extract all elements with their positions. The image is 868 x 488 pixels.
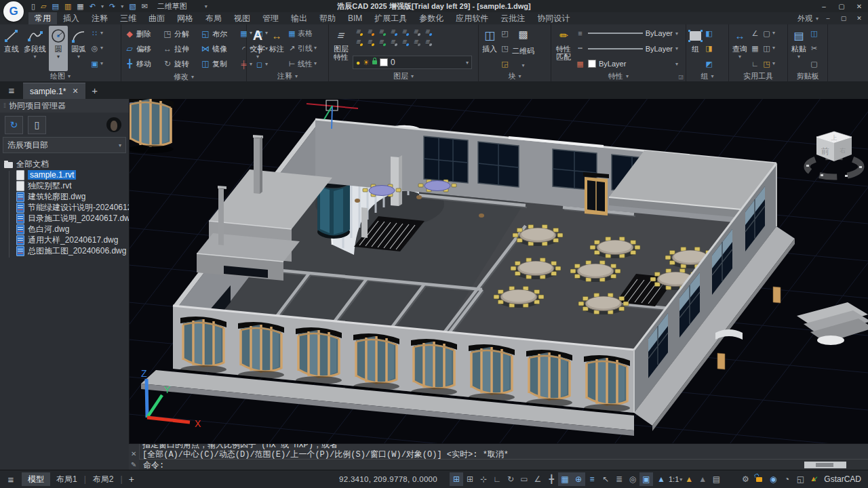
point-style-button[interactable]: ∷▾ <box>90 29 103 37</box>
modify-button-偏移[interactable]: ▱偏移 <box>123 41 161 56</box>
color-combo[interactable]: ▦ByLayer▾ <box>575 57 678 70</box>
quick-properties-icon[interactable]: ▤ <box>709 472 723 486</box>
ribbon-tab-管理[interactable]: 管理 <box>256 12 285 24</box>
modify-button-镜像[interactable]: ⋈镜像 <box>199 41 237 56</box>
modify-button-布尔[interactable]: ◱布尔 <box>199 26 237 41</box>
tab-layout1[interactable]: 布局1 <box>50 472 83 486</box>
new-layout-button[interactable]: + <box>123 474 140 485</box>
panel-label-annotate[interactable]: 注释▾ <box>247 71 328 81</box>
dynamic-input-icon[interactable]: ▭ <box>517 472 531 486</box>
grid-display-icon[interactable]: ⊞ <box>463 472 477 486</box>
ribbon-tab-参数化[interactable]: 参数化 <box>413 12 450 24</box>
ribbon-tab-三维[interactable]: 三维 <box>114 12 142 24</box>
donut-button[interactable]: ◎▾ <box>90 44 103 52</box>
layer-stack-icon[interactable]: ≣ <box>612 472 626 486</box>
ribbon-tab-布局[interactable]: 布局 <box>199 12 228 24</box>
cut-icon[interactable]: ✂ <box>810 44 818 52</box>
command-scrollbar[interactable] <box>804 462 846 468</box>
insert-block-button[interactable]: ◫ 插入 <box>481 26 498 71</box>
drawing-viewport[interactable]: 上 前 右 Z Y X <box>129 99 868 443</box>
document-tab-active[interactable]: sample.1*✕ <box>23 83 85 99</box>
angle-measure-button[interactable]: ∠ <box>751 29 760 37</box>
modify-button-拉伸[interactable]: ↔拉伸 <box>161 41 199 56</box>
ribbon-tab-输出[interactable]: 输出 <box>285 12 313 24</box>
isolate-objects-icon[interactable]: ◉ <box>767 472 779 486</box>
gstarcad-update-icon[interactable]: ▲✓ <box>808 472 820 486</box>
user-avatar[interactable] <box>106 117 121 132</box>
polyline-button[interactable]: 多段线▾ <box>22 26 47 71</box>
save-icon[interactable]: ▤ <box>52 0 59 12</box>
panel-label-clipboard[interactable]: 剪贴板 <box>788 71 827 81</box>
dimension-button[interactable]: ↔ 标注 <box>268 26 285 71</box>
layer-properties-button[interactable]: ≡ 图层特性 <box>331 26 351 71</box>
dialog-launcher-icon[interactable]: ◲ <box>678 74 684 80</box>
workspace-combo[interactable]: 二维草图 ▾ <box>152 1 213 12</box>
angle-snap-icon[interactable]: ∠ <box>531 472 545 486</box>
quick-select-button[interactable]: ◳▾ <box>762 60 775 68</box>
new-document-button[interactable]: ▯↑ <box>28 116 46 134</box>
selection-cycling-icon[interactable]: ↖ <box>599 472 612 486</box>
panel-label-layers[interactable]: 图层▾ <box>329 71 478 81</box>
panel-label-utilities[interactable]: 实用工具 <box>729 71 787 81</box>
tab-model[interactable]: 模型 <box>22 472 50 486</box>
minimize-button[interactable]: – <box>815 0 833 12</box>
modify-button-删除[interactable]: ◆删除 <box>123 26 161 41</box>
grid-snap-icon[interactable]: ⊞ <box>450 472 463 486</box>
line-button[interactable]: 直线 <box>2 26 21 71</box>
file-tree-item[interactable]: 建筑轮廓图.dwg <box>4 191 129 202</box>
annotation-scale-icon[interactable]: ▲ <box>654 472 668 486</box>
file-tree-item[interactable]: sample.1.rvt <box>4 169 129 180</box>
id-point-button[interactable]: ▢▾ <box>762 29 775 37</box>
table-button[interactable]: ▦表格 <box>288 29 317 37</box>
file-tree-item[interactable]: 节能绿建设计说明-20240612.dwg <box>4 202 129 213</box>
match-properties-button[interactable]: ✎ 特性匹配 <box>553 26 574 71</box>
panel-label-draw[interactable]: 绘图▾ <box>0 71 121 81</box>
snap-mode-icon[interactable]: ⊹ <box>477 472 490 486</box>
layer-tool-icon[interactable]: ≡ <box>420 27 435 37</box>
ribbon-tab-云批注[interactable]: 云批注 <box>494 12 531 24</box>
region-button[interactable]: ▣▾ <box>90 60 103 68</box>
lock-ui-icon[interactable] <box>756 477 762 482</box>
list-button[interactable]: ◫▾ <box>762 44 775 52</box>
file-tree-item[interactable]: 目录施工说明_20240617.dwg <box>4 213 129 224</box>
copy-clip-button[interactable]: ◫ <box>810 29 818 37</box>
polar-tracking-icon[interactable]: ↻ <box>504 472 517 486</box>
project-select[interactable]: 浩辰项目部▾ <box>3 137 126 153</box>
doc-minimize-button[interactable]: – <box>822 13 834 24</box>
file-tree-item[interactable]: 通用大样_20240617.dwg <box>4 235 129 245</box>
ribbon-tab-注释[interactable]: 注释 <box>85 12 114 24</box>
ribbon-tab-曲面[interactable]: 曲面 <box>142 12 171 24</box>
modify-button-移动[interactable]: ╋移动 <box>123 56 161 71</box>
settings-gear-icon[interactable]: ⚙ <box>739 472 751 486</box>
close-icon[interactable]: ✕ <box>72 87 78 96</box>
undo-icon[interactable]: ↶ <box>90 0 96 12</box>
panel-label-group[interactable]: 组▾ <box>686 71 728 81</box>
file-tree-item[interactable]: 独院别墅.rvt <box>4 180 129 191</box>
tab-layout2[interactable]: 布局2 <box>87 472 120 486</box>
ribbon-tab-插入[interactable]: 插入 <box>57 12 85 24</box>
workspace-switch-icon[interactable]: ▧ <box>129 0 136 12</box>
save-as-icon[interactable]: ▥ <box>64 0 71 12</box>
lineweight-combo[interactable]: ≡ByLayer▾ <box>575 26 678 40</box>
ungroup-button[interactable]: ◧ <box>705 29 713 37</box>
linetype-combo[interactable]: ┅ByLayer▾ <box>575 42 678 56</box>
sync-refresh-button[interactable]: ↻ <box>5 116 23 134</box>
comment-icon[interactable]: ✉ <box>142 0 148 12</box>
modify-button-复制[interactable]: ◫复制 <box>199 56 237 71</box>
edit-block-button[interactable]: ◳ <box>500 44 509 52</box>
annotation-scale-value[interactable]: 1:1 <box>668 475 679 483</box>
performance-gauge-icon[interactable]: ◔ <box>781 472 793 486</box>
clean-screen-icon[interactable]: ◱ <box>794 472 806 486</box>
open-file-icon[interactable]: ▱ <box>41 0 46 12</box>
appearance-menu[interactable]: 外观 <box>797 14 812 24</box>
annotation-monitor-icon[interactable]: ▣ <box>639 472 653 486</box>
corner-button[interactable]: ∟ <box>751 60 760 68</box>
tree-root-folder[interactable]: 全部文档 <box>4 159 129 169</box>
leader-button[interactable]: ↗引线▾ <box>288 44 317 52</box>
linear-button[interactable]: ⊢线性▾ <box>288 60 317 68</box>
doc-restore-button[interactable]: ▢ <box>837 13 850 24</box>
group-select-button[interactable]: ◩ <box>705 60 713 68</box>
new-file-icon[interactable]: ▯ <box>31 0 35 12</box>
panel-label-block[interactable]: 块▾ <box>479 71 551 81</box>
modify-button-分解[interactable]: ◳分解 <box>161 26 199 41</box>
